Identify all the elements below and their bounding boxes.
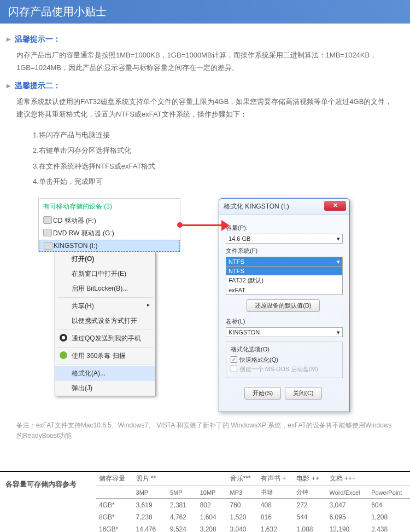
table-cell: 4,762 [167,511,197,523]
menu-portable[interactable]: 以便携式设备方式打开 [55,314,155,328]
table-cell: 408 [257,499,294,512]
tip1-title: 温馨提示一： [16,34,394,44]
table-cell: 1,208 [368,511,410,523]
msdos-checkbox[interactable]: 创建一个 MS-DOS 启动盘(M) [231,365,338,373]
close-button[interactable]: ✕ [324,201,346,211]
fs-option-ntfs[interactable]: NTFS [226,267,342,275]
menu-share[interactable]: 共享(H) [55,299,155,314]
table-row: 16GB*14,4769,5243,2083,0401,6321,08812,1… [96,523,410,532]
menu-bitlocker[interactable]: 启用 BitLocker(B)... [55,281,155,296]
menu-qq[interactable]: 通过QQ发送到我的手机 [55,331,155,346]
table-cell: 1,088 [293,523,326,532]
drive-dvd[interactable]: DVD RW 驱动器 (G:) [39,227,180,240]
table-cell: 604 [368,499,410,512]
table-cell: 3,208 [197,523,227,532]
capacity-table: 储存容量照片 **音乐***有声书 +电影 ++文档 +++ 3MP5MP10M… [96,471,410,532]
table-row: 8GB*7,2384,7621,6041,5208165446,0951,208 [96,511,410,523]
menu-separator [57,365,153,365]
table-group-header: 照片 ** [133,472,227,486]
dialog-titlebar: 格式化 KINGSTON (I:) ✕ [219,199,349,215]
table-cell: 272 [293,499,326,512]
dialog-title-text: 格式化 KINGSTON (I:) [224,203,289,210]
table-cell: 7,238 [133,511,167,523]
close-dialog-button[interactable]: 关闭(C) [285,387,321,400]
menu-eject[interactable]: 弹出(J) [55,381,155,396]
table-cell: 3,047 [326,499,368,512]
screenshot-row: 有可移动存储的设备 (3) CD 驱动器 (F:) DVD RW 驱动器 (G:… [16,198,394,412]
menu-360[interactable]: 使用 360杀毒 扫描 [55,349,155,363]
explorer-screenshot: 有可移动存储的设备 (3) CD 驱动器 (F:) DVD RW 驱动器 (G:… [16,198,180,396]
table-cell: 16GB* [96,523,133,532]
table-sub-header: Word/Excel [326,486,368,499]
step-1: 1.将闪存产品与电脑连接 [33,128,394,143]
volume-label-input[interactable]: KINGSTON [226,327,343,337]
table-cell: 1,604 [197,511,227,523]
format-options-group: 格式化选项(O) ✓快速格式化(Q) 创建一个 MS-DOS 启动盘(M) [226,342,343,378]
table-cell: 4GB* [96,499,133,512]
table-cell: 3,040 [227,523,257,532]
shield-icon [60,351,67,359]
tip2-body: 通常系统默认使用的FAT32磁盘系统支持单个文件的容量上限为4GB，如果您需要存… [16,95,394,121]
capacity-select[interactable]: 14.6 GB [226,234,343,244]
footnote-exfat: 备注：exFAT文件支持Mac10.6.5、Windows7、 VISTA 和安… [16,420,394,441]
page-title: 闪存产品使用小贴士 [8,5,107,18]
context-menu: 打开(O) 在新窗口中打开(E) 启用 BitLocker(B)... 共享(H… [55,251,156,396]
table-sub-header: 3MP [133,486,167,499]
menu-open[interactable]: 打开(O) [55,252,155,267]
table-cell: 1,632 [257,523,294,532]
table-cell: 8GB* [96,511,133,523]
table-sub-header: PowerPoint [368,486,410,499]
fs-label: 文件系统(F) [226,247,343,255]
capacity-table-section: 各容量可存储内容参考 储存容量照片 **音乐***有声书 +电影 ++文档 ++… [0,471,410,532]
menu-format[interactable]: 格式化(A)... [55,366,155,381]
table-sub-header: 书籍 [257,486,294,499]
drive-cd[interactable]: CD 驱动器 (F:) [39,215,180,227]
fs-option-fat32[interactable]: FAT32 (默认) [226,275,342,286]
removable-devices-label: 有可移动存储的设备 (3) [39,199,180,215]
fs-option-exfat[interactable]: exFAT [226,286,342,294]
menu-separator [57,329,153,330]
table-row: 4GB*3,6192,3818027604082723,047604 [96,499,410,512]
step-4: 4.单击开始，完成即可 [33,174,394,190]
table-cell: 9,524 [167,523,197,532]
volume-label-label: 卷标(L) [226,317,343,326]
arrow-icon [180,220,230,231]
menu-separator [57,297,153,298]
table-cell: 1,520 [227,511,257,523]
tip2-title: 温馨提示二： [16,81,394,91]
format-options-label: 格式化选项(O) [231,345,338,354]
table-sub-header: 10MP [197,486,227,499]
table-group-header: 有声书 + [257,472,294,486]
table-section-label: 各容量可存储内容参考 [0,471,96,532]
table-cell: 6,095 [326,511,368,523]
table-group-header: 储存容量 [96,472,133,486]
table-group-header: 电影 ++ [293,472,326,486]
menu-separator [57,347,153,348]
table-group-header: 音乐*** [227,472,257,486]
content-body: 温馨提示一： 内存产品出厂的容量通常是按照1MB=1000KB，1GB=1000… [0,24,410,460]
step-3: 3.在文件系统种选择NTFS或exFAT格式 [33,159,394,175]
fs-select[interactable]: NTFS [226,257,343,267]
steps-list: 1.将闪存产品与电脑连接 2.右键单击闪存分区选择格式化 3.在文件系统种选择N… [33,128,394,190]
tip1-body: 内存产品出厂的容量通常是按照1MB=1000KB，1GB=1000MB计算，而操… [16,49,394,74]
capacity-label: 容量(P): [226,224,343,232]
quick-format-checkbox[interactable]: ✓快速格式化(Q) [231,356,338,364]
table-sub-header: 分钟 [293,486,326,499]
table-cell: 802 [197,499,227,512]
page-header: 闪存产品使用小贴士 [0,0,410,24]
checkbox-icon [231,366,237,372]
table-sub-header: MP3 [227,486,257,499]
menu-new-window[interactable]: 在新窗口中打开(E) [55,267,155,281]
table-cell: 816 [257,511,294,523]
table-cell: 3,619 [133,499,167,512]
drive-kingston[interactable]: KINGSTON (I:) [39,240,180,252]
table-sub-header: 5MP [167,486,197,499]
fs-dropdown: NTFS FAT32 (默认) exFAT [226,267,343,295]
table-cell: 544 [293,511,326,523]
start-button[interactable]: 开始(S) [244,387,281,400]
table-cell: 12,190 [326,523,368,532]
table-cell: 14,476 [133,523,167,532]
restore-defaults-button[interactable]: 还原设备的默认值(D) [247,299,319,312]
step-2: 2.右键单击闪存分区选择格式化 [33,143,394,159]
format-dialog: 格式化 KINGSTON (I:) ✕ 容量(P): 14.6 GB 文件系统(… [219,198,350,412]
